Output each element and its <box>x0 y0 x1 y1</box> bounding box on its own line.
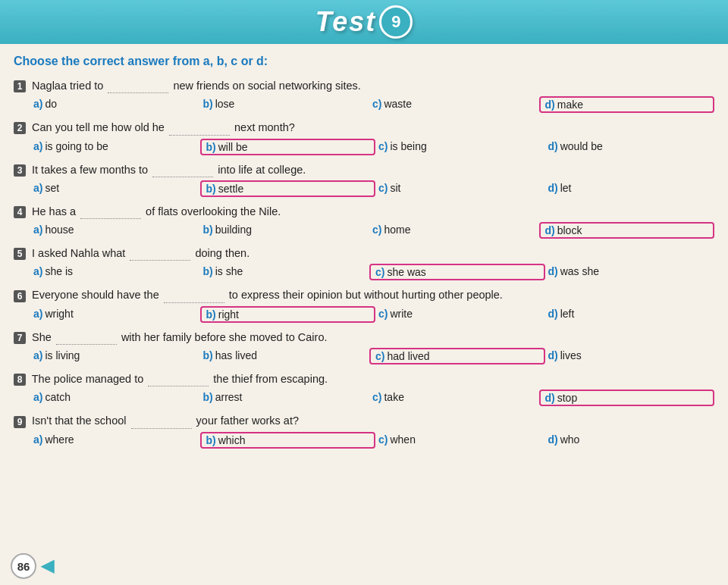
option-text: is living <box>45 349 80 361</box>
option-9-a[interactable]: a) where <box>30 432 200 449</box>
question-number-badge-3: 3 <box>14 164 26 177</box>
fill-in-dots <box>152 161 213 177</box>
option-text: lose <box>215 98 235 110</box>
option-6-a[interactable]: a) wright <box>30 306 200 323</box>
option-1-b[interactable]: b) lose <box>200 96 370 113</box>
option-4-a[interactable]: a) house <box>30 222 200 239</box>
option-3-c[interactable]: c) sit <box>375 180 545 197</box>
option-text: settle <box>218 183 243 195</box>
option-text: has lived <box>215 349 257 361</box>
option-6-d[interactable]: d) left <box>545 306 715 323</box>
option-text: lives <box>560 349 582 361</box>
option-text: take <box>384 391 403 403</box>
option-8-d[interactable]: d) stop <box>539 389 715 406</box>
back-arrow-icon[interactable]: ◀ <box>41 556 54 576</box>
options-row-3: a) setb) settlec) sitd) let <box>30 180 714 197</box>
option-3-d[interactable]: d) let <box>545 180 715 197</box>
options-row-4: a) houseb) buildingc) homed) block <box>30 222 714 239</box>
fill-in-dots <box>108 77 168 93</box>
option-1-a[interactable]: a) do <box>30 96 200 113</box>
option-letter: a) <box>33 308 42 320</box>
option-4-c[interactable]: c) home <box>369 222 539 239</box>
question-text-7: 7 She with her family before she moved t… <box>14 329 714 345</box>
fill-in-dots <box>131 412 192 428</box>
option-8-c[interactable]: c) take <box>369 389 539 406</box>
option-text: arrest <box>215 391 243 403</box>
option-text: will be <box>218 141 248 153</box>
question-text-9: 9 Isn't that the school your father work… <box>14 412 714 428</box>
option-7-a[interactable]: a) is living <box>30 348 200 364</box>
test-number-badge: 9 <box>379 5 413 39</box>
option-letter: b) <box>206 183 216 195</box>
option-5-a[interactable]: a) she is <box>30 264 200 280</box>
option-9-d[interactable]: d) who <box>545 432 715 449</box>
option-1-c[interactable]: c) waste <box>369 96 539 113</box>
option-letter: b) <box>206 434 216 446</box>
option-text: catch <box>45 391 70 403</box>
option-text: which <box>218 434 246 446</box>
option-letter: b) <box>203 98 213 110</box>
options-row-1: a) dob) losec) wasted) make <box>30 96 714 113</box>
option-2-c[interactable]: c) is being <box>375 139 545 155</box>
fill-in-dots <box>148 371 209 386</box>
option-letter: c) <box>378 433 388 446</box>
option-text: block <box>557 224 582 236</box>
fill-in-dots <box>130 245 190 261</box>
option-letter: a) <box>33 265 42 277</box>
options-row-6: a) wrightb) rightc) writed) left <box>30 306 714 323</box>
option-text: do <box>45 98 57 110</box>
option-5-c[interactable]: c) she was <box>369 264 545 280</box>
option-letter: d) <box>548 349 558 361</box>
option-7-c[interactable]: c) had lived <box>369 348 545 364</box>
question-2: 2 Can you tell me how old he next month?… <box>14 119 714 155</box>
option-letter: b) <box>203 265 213 277</box>
option-text: is going to be <box>45 140 108 152</box>
top-banner: Test 9 <box>0 0 728 44</box>
question-number-badge-6: 6 <box>14 290 26 302</box>
option-text: who <box>560 433 580 446</box>
option-5-d[interactable]: d) was she <box>545 264 715 280</box>
option-text: house <box>45 224 74 236</box>
option-2-a[interactable]: a) is going to be <box>30 139 200 155</box>
option-3-a[interactable]: a) set <box>30 180 200 197</box>
question-text-5: 5 I asked Nahla what doing then. <box>14 245 714 261</box>
option-5-b[interactable]: b) is she <box>200 264 370 280</box>
test-title: Test <box>315 6 377 38</box>
options-row-7: a) is livingb) has livedc) had livedd) l… <box>30 348 714 364</box>
option-4-b[interactable]: b) building <box>200 222 370 239</box>
page-number: 86 <box>11 553 36 579</box>
option-1-d[interactable]: d) make <box>539 96 715 113</box>
option-9-c[interactable]: c) when <box>375 432 545 449</box>
option-letter: a) <box>33 224 42 236</box>
option-6-b[interactable]: b) right <box>200 306 376 323</box>
option-7-d[interactable]: d) lives <box>545 348 715 364</box>
option-letter: c) <box>375 350 384 362</box>
option-text: is being <box>390 140 426 152</box>
question-number-badge-1: 1 <box>14 80 26 92</box>
option-9-b[interactable]: b) which <box>200 432 376 449</box>
question-number-badge-8: 8 <box>14 374 26 386</box>
instruction: Choose the correct answer from a, b, c o… <box>14 55 714 68</box>
fill-in-dots <box>169 119 230 135</box>
option-6-c[interactable]: c) write <box>375 306 545 323</box>
option-4-d[interactable]: d) block <box>539 222 715 239</box>
option-text: stop <box>557 392 577 404</box>
option-3-b[interactable]: b) settle <box>200 180 376 197</box>
option-8-a[interactable]: a) catch <box>30 389 200 406</box>
option-letter: b) <box>206 308 216 321</box>
option-7-b[interactable]: b) has lived <box>200 348 370 364</box>
questions-container: 1 Naglaa tried to new friends on social … <box>14 77 714 449</box>
option-text: make <box>557 99 583 111</box>
option-8-b[interactable]: b) arrest <box>200 389 370 406</box>
question-text-4: 4 He has a of flats overlooking the Nile… <box>14 203 714 219</box>
question-1: 1 Naglaa tried to new friends on social … <box>14 77 714 113</box>
option-2-d[interactable]: d) would be <box>545 139 715 155</box>
option-letter: a) <box>33 349 42 361</box>
option-2-b[interactable]: b) will be <box>200 139 376 155</box>
question-number-badge-2: 2 <box>14 122 26 134</box>
footer: 86 ◀ <box>11 553 54 579</box>
question-7: 7 She with her family before she moved t… <box>14 329 714 364</box>
option-letter: a) <box>33 391 42 403</box>
option-text: was she <box>560 265 599 277</box>
option-text: waste <box>384 98 412 110</box>
